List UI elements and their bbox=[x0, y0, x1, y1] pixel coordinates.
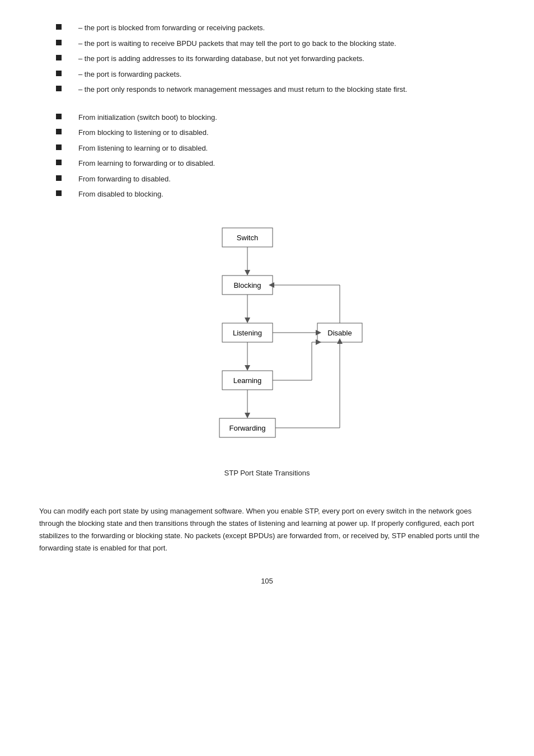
bullet-item-listening: – the port is waiting to receive BPDU pa… bbox=[39, 38, 495, 49]
bullet-icon bbox=[56, 86, 62, 91]
bullet-icon bbox=[56, 71, 62, 76]
transition-item-4: From learning to forwarding or to disabl… bbox=[39, 158, 495, 169]
bullet-icon bbox=[56, 190, 62, 196]
page-number: 105 bbox=[39, 577, 495, 585]
transition-item-2: From blocking to listening or to disable… bbox=[39, 127, 495, 138]
blocking-label: Blocking bbox=[233, 281, 261, 290]
transition-item-3: From listening to learning or to disable… bbox=[39, 143, 495, 154]
transition-text-1: From initialization (switch boot) to blo… bbox=[78, 112, 495, 123]
transition-text-5: From forwarding to disabled. bbox=[78, 174, 495, 185]
bullet-icon bbox=[56, 55, 62, 60]
svg-marker-11 bbox=[245, 413, 250, 418]
bullet-item-disabled: – the port only responds to network mana… bbox=[39, 84, 495, 95]
transition-text-2: From blocking to listening or to disable… bbox=[78, 127, 495, 138]
bullet-icon bbox=[56, 129, 62, 134]
bullet-text-learning: – the port is adding addresses to its fo… bbox=[78, 53, 495, 64]
forwarding-label: Forwarding bbox=[229, 424, 265, 432]
switch-label: Switch bbox=[237, 234, 258, 242]
bullet-text-forwarding: – the port is forwarding packets. bbox=[78, 69, 495, 80]
bullet-item-learning: – the port is adding addresses to its fo… bbox=[39, 53, 495, 64]
svg-marker-2 bbox=[245, 270, 250, 276]
bullet-icon bbox=[56, 175, 62, 181]
bullet-icon bbox=[56, 114, 62, 119]
transition-item-6: From disabled to blocking. bbox=[39, 189, 495, 200]
top-bullet-list: – the port is blocked from forwarding or… bbox=[39, 22, 495, 95]
transition-text-3: From listening to learning or to disable… bbox=[78, 143, 495, 154]
diagram-caption: STP Port State Transitions bbox=[224, 469, 310, 477]
transition-list: From initialization (switch boot) to blo… bbox=[39, 112, 495, 200]
learning-label: Learning bbox=[233, 376, 262, 385]
disable-label: Disable bbox=[327, 329, 352, 337]
diagram-container: Switch Blocking Listening Learning Forwa… bbox=[39, 222, 495, 494]
bullet-icon bbox=[56, 24, 62, 30]
bullet-icon bbox=[56, 40, 62, 45]
bullet-icon bbox=[56, 160, 62, 165]
svg-marker-8 bbox=[245, 365, 250, 371]
svg-marker-5 bbox=[245, 318, 250, 323]
bullet-item-forwarding: – the port is forwarding packets. bbox=[39, 69, 495, 80]
stp-diagram: Switch Blocking Listening Learning Forwa… bbox=[155, 222, 379, 463]
transition-item-1: From initialization (switch boot) to blo… bbox=[39, 112, 495, 123]
body-paragraph: You can modify each port state by using … bbox=[39, 505, 495, 554]
bullet-text-blocking: – the port is blocked from forwarding or… bbox=[78, 22, 495, 34]
bullet-item-blocking: – the port is blocked from forwarding or… bbox=[39, 22, 495, 34]
transition-item-5: From forwarding to disabled. bbox=[39, 174, 495, 185]
listening-label: Listening bbox=[233, 329, 262, 337]
transition-text-4: From learning to forwarding or to disabl… bbox=[78, 158, 495, 169]
bullet-text-disabled: – the port only responds to network mana… bbox=[78, 84, 495, 95]
transition-text-6: From disabled to blocking. bbox=[78, 189, 495, 200]
bullet-icon bbox=[56, 144, 62, 150]
bullet-text-listening: – the port is waiting to receive BPDU pa… bbox=[78, 38, 495, 49]
